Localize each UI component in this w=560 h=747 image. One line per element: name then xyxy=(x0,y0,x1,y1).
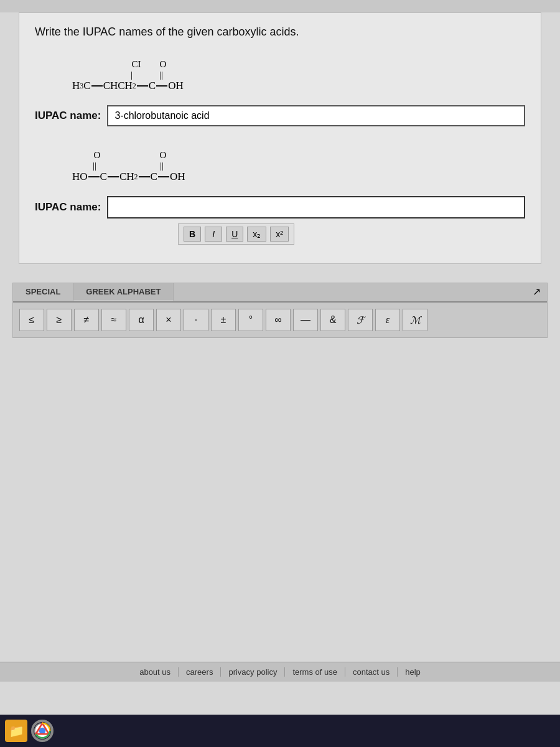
bold-button[interactable]: B xyxy=(184,227,201,242)
iupac-label-1: IUPAC name: xyxy=(35,110,101,122)
iupac-row-2: IUPAC name: xyxy=(35,196,525,218)
superscript-button[interactable]: x² xyxy=(270,227,289,242)
taskbar: 📁 xyxy=(0,715,560,747)
symbol-plusminus[interactable]: ± xyxy=(211,309,236,331)
tab-header: SPECIAL GREEK ALPHABET ↗ xyxy=(13,283,547,303)
bond4 xyxy=(88,176,100,177)
symbol-alpha[interactable]: α xyxy=(129,309,154,331)
footer-contact[interactable]: contact us xyxy=(345,667,398,677)
chrome-icon[interactable] xyxy=(31,720,54,742)
tab-greek[interactable]: GREEK ALPHABET xyxy=(73,283,174,301)
h3c-label: H xyxy=(72,80,80,91)
footer-privacy[interactable]: privacy policy xyxy=(221,667,285,677)
bond3 xyxy=(156,85,167,87)
iupac-row-1: IUPAC name: xyxy=(35,105,525,126)
tab-special[interactable]: SPECIAL xyxy=(13,283,73,301)
symbol-geq[interactable]: ≥ xyxy=(47,309,72,331)
symbol-epsilon[interactable]: ε xyxy=(375,309,400,331)
symbol-approx[interactable]: ≈ xyxy=(101,309,126,331)
structure-2: O O || || HO C CH 2 C OH xyxy=(72,147,185,182)
o2-label: O xyxy=(158,150,168,161)
symbol-degree[interactable]: ° xyxy=(238,309,263,331)
bond5 xyxy=(108,176,119,177)
structure2-top-labels: O O xyxy=(72,147,185,161)
formatting-toolbar: B I U x₂ x² xyxy=(178,223,294,245)
subscript-button[interactable]: x₂ xyxy=(247,227,266,242)
symbol-neq[interactable]: ≠ xyxy=(74,309,99,331)
file-manager-icon[interactable]: 📁 xyxy=(5,720,27,742)
bond1 xyxy=(91,85,103,87)
structure-1: CI O | || H 3 C CHCH 2 C OH xyxy=(72,56,184,91)
structure1-formula: H 3 C CHCH 2 C OH xyxy=(72,80,184,91)
symbol-script-f[interactable]: ℱ xyxy=(348,309,373,331)
question-box: Write the IUPAC names of the given carbo… xyxy=(19,12,541,264)
iupac-input-2[interactable] xyxy=(107,196,525,218)
iupac-label-2: IUPAC name: xyxy=(35,201,101,214)
structure2-formula: HO C CH 2 C OH xyxy=(72,171,185,182)
footer-help[interactable]: help xyxy=(398,667,428,677)
structure1-top-labels: CI O xyxy=(72,56,184,70)
symbol-ampersand[interactable]: & xyxy=(320,309,345,331)
o1-label: O xyxy=(92,150,102,161)
underline-button[interactable]: U xyxy=(226,227,243,242)
symbol-leq[interactable]: ≤ xyxy=(19,309,44,331)
bond6 xyxy=(139,176,150,177)
symbol-times[interactable]: × xyxy=(156,309,181,331)
question-title: Write the IUPAC names of the given carbo… xyxy=(35,26,525,39)
bond2 xyxy=(137,85,148,87)
main-content: Write the IUPAC names of the given carbo… xyxy=(0,12,560,716)
footer-careers[interactable]: careers xyxy=(179,667,221,677)
iupac-input-1[interactable] xyxy=(107,105,525,126)
italic-button[interactable]: I xyxy=(205,227,222,242)
symbol-infinity[interactable]: ∞ xyxy=(266,309,291,331)
symbol-dash[interactable]: — xyxy=(293,309,318,331)
footer-terms[interactable]: terms of use xyxy=(285,667,345,677)
symbol-dot[interactable]: · xyxy=(184,309,208,331)
symbol-grid: ≤ ≥ ≠ ≈ α × · ± ° ∞ — & ℱ ε ℳ xyxy=(13,303,547,337)
expand-button[interactable]: ↗ xyxy=(526,283,547,301)
o-label: O xyxy=(158,59,168,70)
footer-about[interactable]: about us xyxy=(132,667,179,677)
ci-label: CI xyxy=(127,59,146,70)
footer: about us careers privacy policy terms of… xyxy=(0,662,560,682)
symbol-script-m[interactable]: ℳ xyxy=(403,309,427,331)
bond7 xyxy=(158,176,169,177)
symbol-section: SPECIAL GREEK ALPHABET ↗ ≤ ≥ ≠ ≈ α × · ±… xyxy=(12,283,548,338)
